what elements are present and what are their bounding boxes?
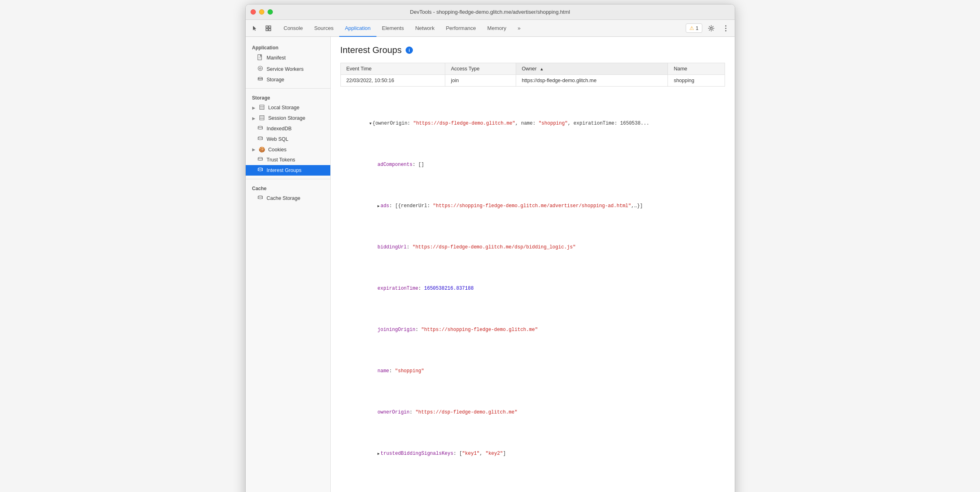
sidebar-item-service-workers-label: Service Workers (267, 66, 304, 72)
json-ownerorigin-line: ownerOrigin: "https://dsp-fledge-demo.gl… (340, 400, 725, 424)
sidebar-item-manifest[interactable]: Manifest (246, 52, 330, 64)
sidebar-item-local-storage-label: Local Storage (268, 105, 300, 110)
sidebar-item-web-sql[interactable]: Web SQL (246, 134, 330, 144)
sidebar-item-cookies[interactable]: ▶ 🍪 Cookies (246, 144, 330, 155)
sidebar-item-trust-tokens[interactable]: Trust Tokens (246, 155, 330, 165)
sidebar-item-service-workers[interactable]: Service Workers (246, 64, 330, 74)
interest-groups-icon (257, 167, 264, 174)
svg-rect-3 (269, 29, 271, 31)
cursor-icon[interactable] (249, 23, 260, 34)
col-name[interactable]: Name (668, 63, 725, 75)
col-access-type[interactable]: Access Type (445, 63, 516, 75)
json-root-line[interactable]: {ownerOrigin: "https://dsp-fledge-demo.g… (340, 111, 725, 136)
col-event-time[interactable]: Event Time (340, 63, 445, 75)
titlebar: DevTools - shopping-fledge-demo.glitch.m… (246, 4, 735, 20)
json-joiningorigin-line: joiningOrigin: "https://shopping-fledge-… (340, 318, 725, 342)
cookies-icon: 🍪 (259, 146, 265, 153)
cell-event-time: 22/03/2022, 10:50:16 (340, 75, 445, 87)
sidebar-item-manifest-label: Manifest (267, 55, 286, 61)
sidebar-item-cache-storage[interactable]: Cache Storage (246, 193, 330, 204)
svg-rect-0 (266, 26, 268, 28)
warning-icon: ⚠ (689, 25, 694, 31)
indexeddb-icon (257, 125, 264, 132)
toolbar-right: ⚠ 1 (686, 23, 731, 34)
table-row[interactable]: 22/03/2022, 10:50:16 join https://dsp-fl… (340, 75, 725, 87)
sidebar-item-session-storage[interactable]: ▶ Session Storage (246, 113, 330, 123)
interest-groups-table: Event Time Access Type Owner ▲ Name 22/0… (340, 63, 725, 87)
service-workers-icon (257, 66, 264, 72)
sidebar-item-web-sql-label: Web SQL (267, 136, 289, 142)
tab-more[interactable]: » (512, 20, 526, 37)
page-title: Interest Groups (340, 45, 402, 55)
sidebar-item-session-storage-label: Session Storage (268, 115, 306, 121)
json-expirationtime-line: expirationTime: 1650538216.837188 (340, 276, 725, 301)
svg-rect-2 (266, 29, 268, 31)
svg-rect-19 (259, 116, 264, 120)
svg-point-34 (258, 196, 262, 197)
svg-point-4 (710, 27, 712, 29)
sidebar-item-interest-groups[interactable]: Interest Groups (246, 165, 330, 176)
cache-storage-icon (257, 195, 264, 201)
window-title: DevTools - shopping-fledge-demo.glitch.m… (410, 9, 570, 15)
cookies-chevron: ▶ (252, 147, 255, 152)
svg-point-6 (725, 28, 726, 29)
sidebar-section-storage: Storage (246, 92, 330, 102)
toolbar-icons (249, 23, 274, 34)
sidebar-item-cache-storage-label: Cache Storage (267, 195, 300, 201)
session-storage-chevron: ▶ (252, 116, 255, 121)
settings-button[interactable] (706, 23, 717, 34)
tab-console[interactable]: Console (278, 20, 309, 37)
json-viewer: {ownerOrigin: "https://dsp-fledge-demo.g… (340, 95, 725, 492)
svg-point-22 (258, 126, 262, 128)
tab-memory[interactable]: Memory (482, 20, 512, 37)
json-trustedbiddingsignalskeys-line[interactable]: trustedBiddingSignalsKeys: ["key1", "key… (340, 441, 725, 466)
svg-point-31 (258, 168, 262, 170)
svg-point-13 (258, 77, 262, 79)
json-adcomponents-line: adComponents: [] (340, 153, 725, 177)
tab-network[interactable]: Network (410, 20, 440, 37)
svg-point-7 (725, 30, 726, 31)
sidebar-item-trust-tokens-label: Trust Tokens (267, 157, 295, 163)
cell-owner: https://dsp-fledge-demo.glitch.me (516, 75, 668, 87)
close-button[interactable] (251, 9, 256, 15)
json-ads-triangle[interactable] (378, 202, 380, 210)
inspect-icon[interactable] (263, 23, 274, 34)
tab-sources[interactable]: Sources (308, 20, 339, 37)
tab-performance[interactable]: Performance (440, 20, 481, 37)
toolbar: Console Sources Application Elements Net… (246, 20, 735, 37)
svg-point-11 (258, 66, 262, 71)
maximize-button[interactable] (268, 9, 273, 15)
warning-badge[interactable]: ⚠ 1 (686, 23, 702, 33)
info-icon[interactable]: i (406, 47, 413, 54)
json-name-line: name: "shopping" (340, 359, 725, 384)
json-ads-line[interactable]: ads: [{renderUrl: "https://shopping-fled… (340, 194, 725, 218)
tab-elements[interactable]: Elements (376, 20, 410, 37)
storage-icon (257, 76, 264, 83)
json-trusted-keys-triangle[interactable] (378, 450, 380, 458)
svg-rect-16 (259, 105, 264, 110)
more-options-button[interactable] (720, 23, 731, 34)
sidebar-item-indexeddb-label: IndexedDB (267, 126, 292, 131)
sidebar-section-application: Application (246, 42, 330, 52)
sidebar: Application Manifest (246, 37, 331, 492)
sidebar-item-interest-groups-label: Interest Groups (267, 168, 302, 173)
sidebar-item-storage[interactable]: Storage (246, 74, 330, 85)
sort-arrow-owner: ▲ (540, 67, 544, 71)
json-root-triangle[interactable] (370, 119, 372, 127)
minimize-button[interactable] (259, 9, 264, 15)
json-biddingurl-line: biddingUrl: "https://dsp-fledge-demo.gli… (340, 235, 725, 260)
svg-point-28 (258, 157, 262, 159)
main-content: Interest Groups i Event Time Access Type… (331, 37, 735, 492)
col-owner[interactable]: Owner ▲ (516, 63, 668, 75)
main-layout: Application Manifest (246, 37, 735, 492)
manifest-icon (257, 54, 264, 62)
sidebar-item-indexeddb[interactable]: IndexedDB (246, 123, 330, 134)
warning-count: 1 (696, 25, 699, 31)
sidebar-item-cookies-label: Cookies (268, 147, 287, 153)
trust-tokens-icon (257, 157, 264, 163)
json-trustedbiddingsignalsurl-line: trustedBiddingSignalsUrl: "https://dsp-f… (340, 482, 725, 492)
tab-application[interactable]: Application (339, 20, 376, 37)
sidebar-item-local-storage[interactable]: ▶ Local Storage (246, 102, 330, 113)
cell-access-type: join (445, 75, 516, 87)
local-storage-chevron: ▶ (252, 106, 255, 110)
